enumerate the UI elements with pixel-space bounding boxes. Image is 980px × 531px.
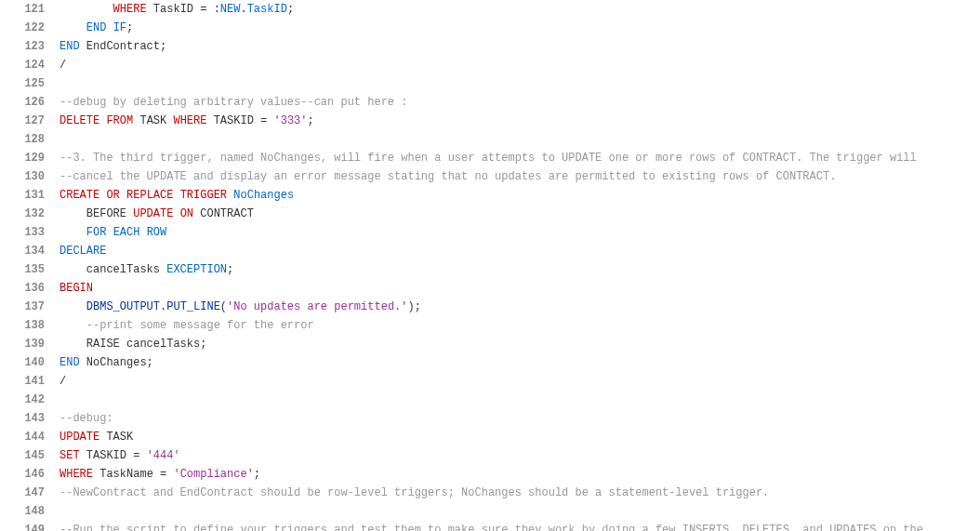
- code-token: EACH: [113, 226, 140, 239]
- code-token: --debug by deleting arbitrary values--ca…: [60, 96, 407, 109]
- code-line[interactable]: 146WHERE TaskName = 'Compliance';: [0, 465, 980, 484]
- code-token: ROW: [147, 226, 167, 239]
- code-content[interactable]: DELETE FROM TASK WHERE TASKID = '333';: [56, 112, 980, 130]
- code-token: EXCEPTION: [166, 263, 227, 276]
- code-content[interactable]: cancelTasks EXCEPTION;: [56, 260, 980, 279]
- code-token: NoChanges: [233, 189, 294, 202]
- code-content[interactable]: SET TASKID = '444': [56, 446, 980, 465]
- line-number: 139: [0, 335, 56, 353]
- code-content[interactable]: END EndContract;: [56, 37, 980, 56]
- code-content[interactable]: --print some message for the error: [56, 316, 980, 335]
- code-token: ;: [308, 114, 314, 127]
- code-token: --3. The third trigger, named NoChanges,…: [60, 152, 917, 165]
- code-content[interactable]: --NewContract and EndContract should be …: [56, 484, 980, 502]
- code-content[interactable]: WHERE TaskID = :NEW.TaskID;: [56, 0, 980, 19]
- code-token: [106, 21, 113, 34]
- line-number: 121: [0, 0, 56, 19]
- code-token: [173, 189, 179, 202]
- code-token: CONTRACT: [193, 207, 254, 220]
- code-content[interactable]: [56, 391, 980, 409]
- code-line[interactable]: 147--NewContract and EndContract should …: [0, 484, 980, 502]
- code-line[interactable]: 148: [0, 502, 980, 521]
- code-content[interactable]: WHERE TaskName = 'Compliance';: [56, 465, 980, 484]
- code-token: ;: [126, 21, 133, 34]
- code-line[interactable]: 137 DBMS_OUTPUT.PUT_LINE('No updates are…: [0, 298, 980, 316]
- code-line[interactable]: 131CREATE OR REPLACE TRIGGER NoChanges: [0, 186, 980, 205]
- code-token: '333': [273, 114, 307, 127]
- code-token: DECLARE: [60, 245, 106, 258]
- code-line[interactable]: 121 WHERE TaskID = :NEW.TaskID;: [0, 0, 980, 19]
- code-line[interactable]: 145SET TASKID = '444': [0, 446, 980, 465]
- code-line[interactable]: 141/: [0, 372, 980, 391]
- code-line[interactable]: 136BEGIN: [0, 279, 980, 298]
- code-token: DBMS_OUTPUT: [86, 300, 160, 313]
- code-editor[interactable]: 121 WHERE TaskID = :NEW.TaskID;122 END I…: [0, 0, 980, 531]
- code-line[interactable]: 143--debug:: [0, 409, 980, 428]
- code-content[interactable]: END IF;: [56, 19, 980, 37]
- code-content[interactable]: --cancel the UPDATE and display an error…: [56, 167, 980, 186]
- code-token: TaskID: [147, 3, 201, 16]
- code-line[interactable]: 125: [0, 74, 980, 93]
- code-token: NoChanges;: [80, 356, 153, 369]
- code-content[interactable]: --debug:: [56, 409, 980, 428]
- code-line[interactable]: 132 BEFORE UPDATE ON CONTRACT: [0, 205, 980, 223]
- code-token: FROM: [106, 114, 133, 127]
- code-content[interactable]: /: [56, 372, 980, 391]
- code-token: PUT_LINE: [166, 300, 220, 313]
- code-line[interactable]: 122 END IF;: [0, 19, 980, 37]
- code-line[interactable]: 149--Run the script to define your trigg…: [0, 521, 980, 531]
- code-line[interactable]: 144UPDATE TASK: [0, 428, 980, 446]
- code-content[interactable]: [56, 502, 980, 521]
- line-number: 127: [0, 112, 56, 130]
- code-token: TASKID: [206, 114, 260, 127]
- code-token: cancelTasks: [60, 263, 166, 276]
- code-token: TASKID: [80, 449, 134, 462]
- code-line[interactable]: 130--cancel the UPDATE and display an er…: [0, 167, 980, 186]
- code-line[interactable]: 140END NoChanges;: [0, 353, 980, 372]
- code-content[interactable]: CREATE OR REPLACE TRIGGER NoChanges: [56, 186, 980, 205]
- code-content[interactable]: UPDATE TASK: [56, 428, 980, 446]
- code-content[interactable]: RAISE cancelTasks;: [56, 335, 980, 353]
- code-content[interactable]: BEFORE UPDATE ON CONTRACT: [56, 205, 980, 223]
- code-token: 'Compliance': [173, 468, 253, 481]
- code-token: [120, 189, 126, 202]
- code-line[interactable]: 142: [0, 391, 980, 409]
- code-content[interactable]: DBMS_OUTPUT.PUT_LINE('No updates are per…: [56, 298, 980, 316]
- code-content[interactable]: --debug by deleting arbitrary values--ca…: [56, 93, 980, 112]
- code-content[interactable]: [56, 74, 980, 93]
- code-line[interactable]: 123END EndContract;: [0, 37, 980, 56]
- code-token: END: [60, 40, 80, 53]
- code-token: ;: [287, 3, 294, 16]
- code-content[interactable]: END NoChanges;: [56, 353, 980, 372]
- code-line[interactable]: 129--3. The third trigger, named NoChang…: [0, 149, 980, 167]
- code-token: ;: [227, 263, 233, 276]
- code-token: [173, 207, 179, 220]
- code-line[interactable]: 133 FOR EACH ROW: [0, 223, 980, 242]
- code-token: IF: [113, 21, 126, 34]
- code-content[interactable]: DECLARE: [56, 242, 980, 260]
- line-number: 129: [0, 149, 56, 167]
- code-token: [106, 226, 113, 239]
- code-line[interactable]: 134DECLARE: [0, 242, 980, 260]
- code-line[interactable]: 135 cancelTasks EXCEPTION;: [0, 260, 980, 279]
- code-token: ;: [254, 468, 260, 481]
- code-token: OR: [106, 189, 119, 202]
- code-line[interactable]: 126--debug by deleting arbitrary values-…: [0, 93, 980, 112]
- code-token: --cancel the UPDATE and display an error…: [60, 170, 836, 183]
- code-token: TaskID: [247, 3, 287, 16]
- code-line[interactable]: 124/: [0, 56, 980, 74]
- code-token: TRIGGER: [180, 189, 227, 202]
- code-content[interactable]: FOR EACH ROW: [56, 223, 980, 242]
- code-content[interactable]: [56, 130, 980, 149]
- code-content[interactable]: --3. The third trigger, named NoChanges,…: [56, 149, 980, 167]
- code-line[interactable]: 128: [0, 130, 980, 149]
- line-number: 140: [0, 353, 56, 372]
- code-line[interactable]: 138 --print some message for the error: [0, 316, 980, 335]
- code-content[interactable]: BEGIN: [56, 279, 980, 298]
- code-line[interactable]: 139 RAISE cancelTasks;: [0, 335, 980, 353]
- code-line[interactable]: 127DELETE FROM TASK WHERE TASKID = '333'…: [0, 112, 980, 130]
- line-number: 142: [0, 391, 56, 409]
- code-content[interactable]: --Run the script to define your triggers…: [56, 521, 980, 531]
- code-content[interactable]: /: [56, 56, 980, 74]
- line-number: 137: [0, 298, 56, 316]
